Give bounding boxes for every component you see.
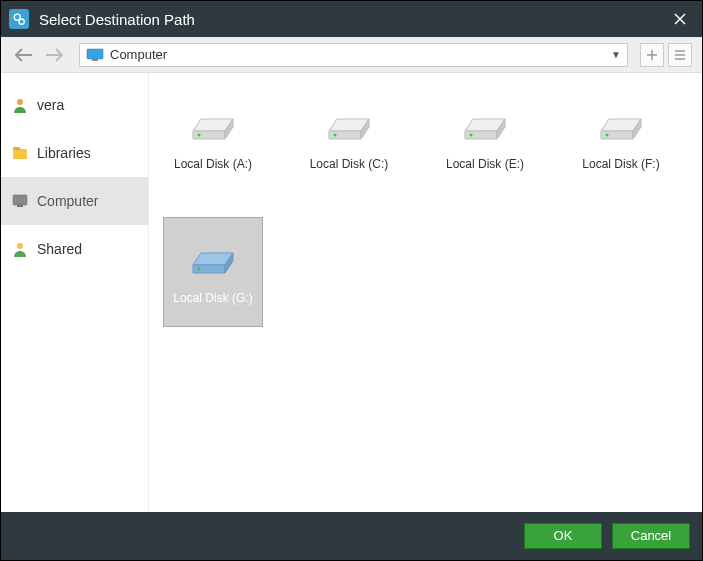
dialog-title: Select Destination Path bbox=[39, 11, 666, 28]
sidebar-item-label: vera bbox=[37, 97, 64, 113]
forward-button[interactable] bbox=[41, 42, 67, 68]
svg-point-22 bbox=[198, 134, 201, 137]
sidebar-item-shared[interactable]: Shared bbox=[1, 225, 148, 273]
sidebar: vera Libraries Computer Shared bbox=[1, 73, 149, 512]
libraries-icon bbox=[11, 144, 29, 162]
close-icon bbox=[673, 12, 687, 26]
drive-item-selected[interactable]: Local Disk (G:) bbox=[163, 217, 263, 327]
new-folder-button[interactable] bbox=[640, 43, 664, 67]
svg-point-13 bbox=[17, 99, 23, 105]
disk-icon bbox=[593, 105, 649, 147]
cancel-button[interactable]: Cancel bbox=[612, 523, 690, 549]
svg-point-26 bbox=[334, 134, 337, 137]
disk-icon bbox=[185, 239, 241, 281]
breadcrumb[interactable]: Computer ▼ bbox=[79, 43, 628, 67]
sidebar-item-label: Libraries bbox=[37, 145, 91, 161]
drive-label: Local Disk (A:) bbox=[174, 157, 252, 171]
view-button[interactable] bbox=[668, 43, 692, 67]
arrow-right-icon bbox=[44, 48, 64, 62]
drive-item[interactable]: Local Disk (E:) bbox=[435, 83, 535, 193]
body: vera Libraries Computer Shared bbox=[1, 73, 702, 512]
svg-point-18 bbox=[17, 243, 23, 249]
drive-label: Local Disk (G:) bbox=[173, 291, 252, 305]
user-icon bbox=[11, 96, 29, 114]
dropdown-icon[interactable]: ▼ bbox=[611, 49, 621, 60]
svg-rect-6 bbox=[87, 49, 103, 59]
svg-point-1 bbox=[19, 19, 24, 24]
sidebar-item-user[interactable]: vera bbox=[1, 81, 148, 129]
sidebar-item-libraries[interactable]: Libraries bbox=[1, 129, 148, 177]
breadcrumb-label: Computer bbox=[110, 47, 167, 62]
sidebar-item-computer[interactable]: Computer bbox=[1, 177, 148, 225]
close-button[interactable] bbox=[666, 5, 694, 33]
computer-icon bbox=[86, 48, 104, 62]
svg-point-34 bbox=[606, 134, 609, 137]
content-area: Local Disk (A:) Local Disk (C:) Local Di… bbox=[149, 73, 702, 512]
svg-rect-7 bbox=[92, 59, 98, 61]
shared-icon bbox=[11, 240, 29, 258]
drive-label: Local Disk (E:) bbox=[446, 157, 524, 171]
svg-rect-17 bbox=[17, 205, 23, 207]
drive-label: Local Disk (F:) bbox=[582, 157, 659, 171]
titlebar: Select Destination Path bbox=[1, 1, 702, 37]
svg-rect-15 bbox=[13, 147, 20, 150]
svg-point-38 bbox=[198, 268, 201, 271]
app-icon bbox=[9, 9, 29, 29]
ok-button[interactable]: OK bbox=[524, 523, 602, 549]
footer: OK Cancel bbox=[1, 512, 702, 560]
disk-icon bbox=[321, 105, 377, 147]
drive-item[interactable]: Local Disk (A:) bbox=[163, 83, 263, 193]
arrow-left-icon bbox=[14, 48, 34, 62]
svg-point-30 bbox=[470, 134, 473, 137]
list-icon bbox=[673, 48, 687, 62]
dialog-window: Select Destination Path Computer ▼ bbox=[0, 0, 703, 561]
disk-icon bbox=[457, 105, 513, 147]
plus-icon bbox=[645, 48, 659, 62]
drive-label: Local Disk (C:) bbox=[310, 157, 389, 171]
back-button[interactable] bbox=[11, 42, 37, 68]
drive-item[interactable]: Local Disk (F:) bbox=[571, 83, 671, 193]
drive-item[interactable]: Local Disk (C:) bbox=[299, 83, 399, 193]
sidebar-item-label: Computer bbox=[37, 193, 98, 209]
sidebar-item-label: Shared bbox=[37, 241, 82, 257]
svg-rect-14 bbox=[13, 149, 27, 159]
disk-icon bbox=[185, 105, 241, 147]
toolbar: Computer ▼ bbox=[1, 37, 702, 73]
computer-icon bbox=[11, 192, 29, 210]
svg-rect-16 bbox=[13, 195, 27, 205]
